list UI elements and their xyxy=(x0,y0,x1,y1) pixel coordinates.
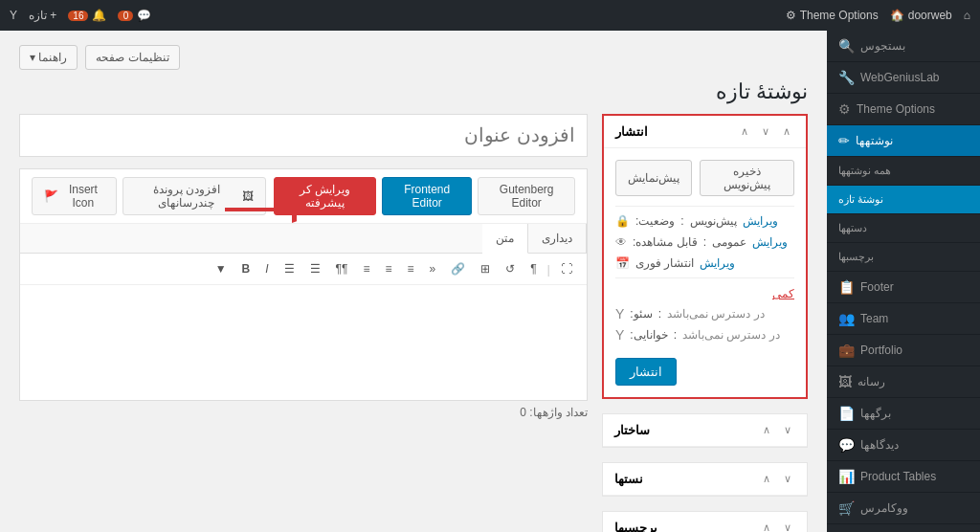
nests-collapse-btn[interactable]: ∨ xyxy=(780,471,795,487)
table-btn[interactable]: ⊞ xyxy=(476,259,495,278)
word-count: تعداد واژهها: 0 xyxy=(19,401,588,424)
publish-button-row: انتشار xyxy=(615,350,794,386)
sidebar-item-footer[interactable]: Footer 📋 xyxy=(827,272,980,303)
team-icon: 👥 xyxy=(838,311,855,326)
publish-button[interactable]: انتشار xyxy=(615,358,677,386)
adminbar-comments[interactable]: 💬 0 xyxy=(118,9,151,22)
adminbar-updates[interactable]: 🔔 16 xyxy=(68,9,106,22)
advanced-editor-button[interactable]: ویرایش کر پیشرفته xyxy=(274,177,376,215)
gutenberg-editor-button[interactable]: Gutenberg Editor xyxy=(478,177,575,215)
editor-btn-group-right: 🖼 افزودن پروندهٔ چندرسانهای Insert Icon … xyxy=(32,177,266,215)
align-center-btn[interactable]: ≡ xyxy=(380,259,396,278)
align-right-btn[interactable]: ≡ xyxy=(358,259,374,278)
sidebar-item-label: نوشتهها xyxy=(856,134,893,147)
main-content-area: تنظیمات صفحه راهنما ▾ نوشتهٔ تازه xyxy=(0,31,827,532)
adminbar-new[interactable]: + تازه xyxy=(29,9,56,22)
metabox-collapse-btn[interactable]: ∧ xyxy=(779,123,794,140)
nests-move-up-btn[interactable]: ∧ xyxy=(759,471,774,487)
sidebar-item-pages[interactable]: برگهها 📄 xyxy=(827,398,980,430)
tables-icon: 📊 xyxy=(838,469,855,484)
tags-metabox: ∨ ∧ برچسبها xyxy=(602,511,808,532)
editor-body[interactable] xyxy=(20,285,587,400)
yoast-seo-icon: Y xyxy=(615,306,624,321)
publish-visibility-row: ویرایش عمومی : قابل مشاهده: 👁 xyxy=(615,235,794,249)
editor-btn-group-left: Gutenberg Editor Frontend Editor ویرایش … xyxy=(274,177,575,215)
frontend-editor-button[interactable]: Frontend Editor xyxy=(382,177,472,215)
status-edit-link[interactable]: ویرایش xyxy=(743,214,778,228)
add-media-button[interactable]: 🖼 افزودن پروندهٔ چندرسانهای xyxy=(122,177,266,215)
tab-visual[interactable]: متن xyxy=(482,224,528,254)
status-value: پیش‌نویس xyxy=(690,214,737,228)
sidebar-item-product-tables[interactable]: Product Tables 📊 xyxy=(827,461,980,493)
delete-link[interactable]: کمی xyxy=(772,287,794,300)
sidebar-item-label: WebGeniusLab xyxy=(860,71,940,84)
sidebar-item-media[interactable]: رسانه 🖼 xyxy=(827,366,980,398)
paragraph-btn[interactable]: ¶ xyxy=(525,259,541,278)
insert-icon-button[interactable]: Insert Icon 🚩 xyxy=(32,177,117,215)
tags-metabox-header: ∨ ∧ برچسبها xyxy=(603,512,807,532)
sidebar-item-all-posts[interactable]: همه نوشتهها xyxy=(827,157,980,186)
posts-icon: ✏ xyxy=(838,133,850,148)
add-media-label: افزودن پروندهٔ چندرسانهای xyxy=(135,183,238,210)
preview-button[interactable]: پیش‌نمایش xyxy=(615,160,692,196)
page-header: نوشتهٔ تازه xyxy=(19,79,808,104)
admin-bar: ⌂ doorweb 🏠 Theme Options ⚙ 💬 0 🔔 16 + ت… xyxy=(0,0,980,31)
sidebar-item-label: رسانه xyxy=(858,375,885,388)
sidebar-item-categories[interactable]: دستهها xyxy=(827,214,980,243)
guides-button[interactable]: راهنما ▾ xyxy=(19,45,78,70)
adminbar-yoast[interactable]: Y xyxy=(10,9,17,22)
nests-metabox: ∨ ∧ نستها xyxy=(602,462,808,497)
admin-sidebar: بستجوس 🔍 WebGeniusLab 🔧 Theme Options ⚙ … xyxy=(827,31,980,532)
visibility-value: عمومی xyxy=(712,235,746,249)
settings-page-button[interactable]: تنظیمات صفحه xyxy=(85,45,179,70)
visibility-icon: 👁 xyxy=(615,235,627,249)
italic-btn[interactable]: I xyxy=(260,259,273,278)
quote-btn[interactable]: « xyxy=(424,259,440,278)
structure-move-up-btn[interactable]: ∧ xyxy=(759,422,774,438)
sidebar-item-theme-options[interactable]: Theme Options ⚙ xyxy=(827,94,980,125)
ul-btn[interactable]: ☰ xyxy=(305,259,325,278)
sidebar-item-woocommerce[interactable]: ووکامرس 🛒 xyxy=(827,493,980,524)
visibility-edit-link[interactable]: ویرایش xyxy=(752,235,788,249)
tags-title: برچسبها xyxy=(614,521,657,532)
sidebar-item-label: همه نوشتهها xyxy=(838,165,891,177)
yoast-seo-value: در دسترس نمی‌باشد xyxy=(667,307,765,321)
gear-icon: ⚙ xyxy=(838,101,851,117)
sidebar-item-label: Team xyxy=(860,312,888,325)
outdent-btn[interactable]: ☰ xyxy=(279,259,300,278)
publish-metabox-header: ∧ ∨ ∧ انتشار xyxy=(604,116,806,148)
adminbar-theme-options[interactable]: Theme Options ⚙ xyxy=(786,9,879,22)
more-btn[interactable]: ▼ xyxy=(211,259,232,278)
save-draft-button[interactable]: ذخیره پیش‌نویس xyxy=(700,160,794,196)
tags-move-up-btn[interactable]: ∧ xyxy=(759,520,774,532)
sidebar-item-new-post[interactable]: نوشتهٔ تازه xyxy=(827,186,980,214)
sidebar-item-tags[interactable]: برچسبها xyxy=(827,243,980,272)
metabox-move-up-btn[interactable]: ∨ xyxy=(758,123,773,140)
sidebar-item-search[interactable]: بستجوس 🔍 xyxy=(827,31,980,62)
adminbar-site[interactable]: doorweb 🏠 xyxy=(890,9,952,22)
structure-collapse-btn[interactable]: ∨ xyxy=(780,422,795,438)
publish-time-edit-link[interactable]: ویرایش xyxy=(700,256,735,270)
nests-title: نستها xyxy=(614,472,643,486)
post-sidebar: ∧ ∨ ∧ انتشار ذخیره پیش‌نویس پیش‌نمایش xyxy=(602,114,808,532)
post-title-input[interactable] xyxy=(19,114,588,157)
bold-btn[interactable]: B xyxy=(237,259,256,278)
sidebar-item-products[interactable]: محصولات 📦 xyxy=(827,524,980,532)
tab-text[interactable]: دیداری xyxy=(528,224,587,253)
align-left-btn[interactable]: ≡ xyxy=(402,259,418,278)
adminbar-home[interactable]: ⌂ xyxy=(964,9,970,22)
metabox-move-down-btn[interactable]: ∧ xyxy=(737,123,752,140)
sidebar-item-comments[interactable]: دیدگاهها 💬 xyxy=(827,430,980,461)
sidebar-item-posts[interactable]: نوشتهها ✏ xyxy=(827,125,980,157)
sidebar-item-webgeniuslab[interactable]: WebGeniusLab 🔧 xyxy=(827,62,980,94)
undo-btn[interactable]: ↺ xyxy=(501,259,520,278)
sidebar-item-portfolio[interactable]: Portfolio 💼 xyxy=(827,335,980,366)
editor-toolbar-top: Gutenberg Editor Frontend Editor ویرایش … xyxy=(20,169,587,224)
ol-btn[interactable]: ¶¶ xyxy=(331,259,353,278)
link-btn[interactable]: 🔗 xyxy=(446,259,470,278)
sidebar-item-label: برگهها xyxy=(860,407,891,420)
sidebar-item-team[interactable]: Team 👥 xyxy=(827,303,980,335)
expand-icon[interactable]: ⛶ xyxy=(556,259,577,278)
sidebar-item-label: دیدگاهها xyxy=(860,438,899,452)
tags-collapse-btn[interactable]: ∨ xyxy=(780,520,795,532)
